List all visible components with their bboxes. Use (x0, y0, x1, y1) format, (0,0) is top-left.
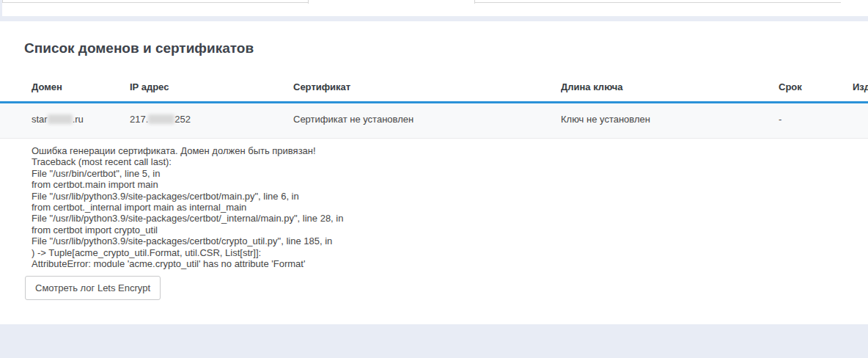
tab-border-left (2, 2, 308, 3)
cell-ip: 217.252 (130, 103, 293, 139)
domain-prefix: star (32, 114, 48, 125)
column-header-ip: IP адрес (130, 56, 293, 103)
page-background-band (0, 16, 868, 21)
cell-issuer (853, 103, 868, 139)
ip-suffix: 252 (174, 114, 191, 125)
column-header-certificate: Сертификат (293, 56, 561, 103)
tab-edge-tick (474, 0, 475, 4)
column-header-key-length: Длина ключа (561, 56, 779, 103)
cell-key-length: Ключ не установлен (561, 103, 779, 139)
tab-edge-tick (308, 0, 309, 4)
domain-suffix: .ru (73, 114, 84, 125)
redacted-blur (48, 114, 73, 124)
domains-table: Домен IP адрес Сертификат Длина ключа Ср… (0, 56, 868, 139)
cell-term: - (779, 103, 853, 139)
column-header-issuer: Изд (853, 56, 868, 103)
table-header-row: Домен IP адрес Сертификат Длина ключа Ср… (0, 56, 868, 103)
tab-active[interactable] (308, 0, 474, 16)
page-title: Список доменов и сертификатов (24, 40, 868, 56)
column-header-domain: Домен (0, 56, 130, 103)
table-row[interactable]: star.ru 217.252 Сертификат не установлен… (0, 103, 868, 139)
view-letsencrypt-log-button[interactable]: Смотреть лог Lets Encrypt (25, 276, 161, 300)
tab-border-right (474, 2, 841, 3)
tab-bar (2, 0, 868, 16)
column-header-term: Срок (779, 56, 853, 103)
cell-domain: star.ru (0, 103, 130, 139)
ip-prefix: 217. (130, 114, 148, 125)
tab-edge-tick (2, 0, 3, 3)
redacted-blur (148, 114, 174, 124)
certbot-error-traceback: Ошибка генерации сертификата. Домен долж… (32, 145, 868, 269)
content-card: Список доменов и сертификатов Домен IP а… (0, 21, 868, 324)
cell-certificate: Сертификат не установлен (293, 103, 561, 139)
